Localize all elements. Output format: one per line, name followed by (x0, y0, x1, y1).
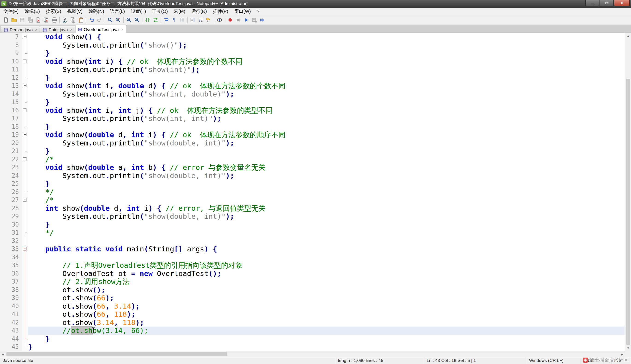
code-line-41[interactable]: 41 ot.show(66, 118); (0, 310, 625, 318)
cut-icon[interactable] (61, 16, 69, 24)
code-text[interactable]: */ (28, 229, 625, 237)
vertical-scroll-thumb[interactable] (626, 79, 630, 345)
code-line-44[interactable]: 44 } (0, 335, 625, 343)
fold-toggle-icon[interactable]: − (23, 35, 27, 38)
code-line-20[interactable]: 20 System.out.println("show(double, int)… (0, 139, 625, 147)
macro-run-multiple-icon[interactable] (258, 16, 266, 24)
code-text[interactable]: void show(int i, int j) { // ok 体现在方法参数的… (28, 106, 625, 115)
monitoring-icon[interactable] (216, 16, 224, 24)
code-line-14[interactable]: 14 System.out.println("show(int, double)… (0, 90, 625, 98)
menu-item-11[interactable]: 窗口(W) (231, 8, 254, 15)
code-line-42[interactable]: 42 ot.show(3.14, 118); (0, 318, 625, 327)
code-text[interactable]: System.out.println("show()"); (28, 41, 625, 50)
menu-item-10[interactable]: 插件(P) (210, 8, 231, 15)
print-icon[interactable] (50, 16, 58, 24)
code-text[interactable]: // 1.声明OverloadTest类型的引用指向该类型的对象 (28, 261, 625, 270)
zoom-in-icon[interactable] (125, 16, 133, 24)
code-line-31[interactable]: 31 */ (0, 229, 625, 237)
maximize-button[interactable] (600, 0, 613, 6)
macro-record-icon[interactable] (226, 16, 234, 24)
code-text[interactable]: } (28, 220, 625, 229)
macro-play-icon[interactable] (242, 16, 250, 24)
code-line-35[interactable]: 35 // 1.声明OverloadTest类型的引用指向该类型的对象 (0, 261, 625, 270)
folder-as-workspace-icon[interactable] (205, 16, 213, 24)
code-line-11[interactable]: 11 System.out.println("show(int)"); (0, 66, 625, 74)
code-line-39[interactable]: 39 ot.show(66); (0, 294, 625, 302)
scroll-right-icon[interactable]: ▶ (619, 351, 625, 357)
tab-close-icon[interactable]: × (35, 28, 37, 32)
fold-margin[interactable]: − (22, 196, 28, 204)
menu-item-8[interactable]: 宏(M) (171, 8, 188, 15)
code-text[interactable]: OverloadTest ot = new OverloadTest(); (28, 270, 625, 278)
fold-toggle-icon[interactable]: − (23, 158, 27, 161)
fold-margin[interactable]: − (22, 33, 28, 41)
code-text[interactable] (28, 253, 625, 262)
fold-toggle-icon[interactable]: − (23, 60, 27, 63)
code-text[interactable]: void show() { (28, 33, 625, 41)
fold-toggle-icon[interactable]: − (23, 133, 27, 136)
fold-margin[interactable]: − (22, 131, 28, 139)
sync-vertical-icon[interactable] (143, 16, 151, 24)
close-icon[interactable] (34, 16, 42, 24)
code-line-27[interactable]: 27− /* (0, 196, 625, 204)
code-text[interactable]: void show(double d, int i) { // ok 体现在方法… (28, 131, 625, 139)
code-text[interactable]: System.out.println("show(int)"); (28, 66, 625, 74)
tab-close-icon[interactable]: × (70, 28, 73, 32)
macro-save-icon[interactable] (250, 16, 258, 24)
code-line-40[interactable]: 40 ot.show(66, 3.14); (0, 302, 625, 310)
indent-guide-icon[interactable] (178, 16, 186, 24)
replace-icon[interactable]: ba (114, 16, 122, 24)
menu-item-4[interactable]: 编码(N) (86, 8, 107, 15)
undo-icon[interactable] (87, 16, 96, 24)
code-text[interactable] (28, 237, 625, 245)
code-text[interactable]: } (28, 49, 625, 58)
macro-stop-icon[interactable] (234, 16, 242, 24)
fold-margin[interactable]: − (22, 58, 28, 66)
code-line-28[interactable]: 28 int show(double d, int i) { // error,… (0, 204, 625, 212)
function-list-icon[interactable] (197, 16, 205, 24)
code-text[interactable]: void show(double a, int b) { // error 与参… (28, 164, 625, 172)
menu-item-9[interactable]: 运行(R) (188, 8, 210, 15)
code-line-12[interactable]: 12 } (0, 74, 625, 82)
code-line-32[interactable]: 32 (0, 237, 625, 245)
code-line-29[interactable]: 29 System.out.println("show(double, int)… (0, 212, 625, 220)
code-text[interactable]: ot.show(66, 3.14); (28, 302, 625, 310)
code-text[interactable]: } (28, 74, 625, 82)
close-button[interactable] (614, 0, 629, 6)
code-text[interactable]: System.out.println("show(int, double)"); (28, 90, 625, 98)
open-file-icon[interactable] (10, 16, 18, 24)
fold-toggle-icon[interactable]: − (23, 247, 27, 250)
code-line-33[interactable]: 33− public static void main(String[] arg… (0, 245, 625, 253)
vertical-scrollbar[interactable]: ▲ ▼ (625, 33, 631, 351)
tab-overloadtest-java[interactable]: OverloadTest.java× (75, 25, 126, 34)
tab-person-java[interactable]: Person.java× (1, 26, 40, 34)
code-text[interactable]: // 2.调用show方法 (28, 278, 625, 286)
code-text[interactable]: /* (28, 155, 625, 164)
minimize-button[interactable] (585, 0, 599, 6)
code-text[interactable]: ot.show(66); (28, 294, 625, 302)
word-wrap-icon[interactable] (162, 16, 170, 24)
menu-item-3[interactable]: 视图(V) (64, 8, 86, 15)
code-text[interactable]: } (28, 343, 625, 351)
code-line-10[interactable]: 10− void show(int i) { // ok 体现在方法参数的个数不… (0, 58, 625, 66)
scroll-up-icon[interactable]: ▲ (625, 33, 631, 39)
fold-margin[interactable]: − (22, 106, 28, 115)
save-all-icon[interactable] (26, 16, 34, 24)
menu-item-12[interactable]: ? (254, 8, 262, 15)
menu-item-2[interactable]: 搜索(S) (43, 8, 64, 15)
sync-horizontal-icon[interactable] (151, 16, 159, 24)
code-line-22[interactable]: 22− /* (0, 155, 625, 164)
tab-close-icon[interactable]: × (121, 27, 123, 32)
code-line-30[interactable]: 30 } (0, 220, 625, 229)
code-text[interactable]: System.out.println("show(double, int)"); (28, 139, 625, 147)
code-line-38[interactable]: 38 ot.show(); (0, 286, 625, 294)
code-text[interactable]: ot.show(3.14, 118); (28, 318, 625, 327)
code-line-17[interactable]: 17 System.out.println("show(int, int)"); (0, 114, 625, 123)
code-line-23[interactable]: 23 void show(double a, int b) { // error… (0, 164, 625, 172)
fold-toggle-icon[interactable]: − (23, 84, 27, 87)
zoom-out-icon[interactable] (133, 16, 141, 24)
code-line-25[interactable]: 25 } (0, 180, 625, 188)
horizontal-scrollbar[interactable]: ◀ ▶ (0, 351, 625, 357)
code-text[interactable]: } (28, 180, 625, 188)
code-text[interactable]: } (28, 147, 625, 155)
